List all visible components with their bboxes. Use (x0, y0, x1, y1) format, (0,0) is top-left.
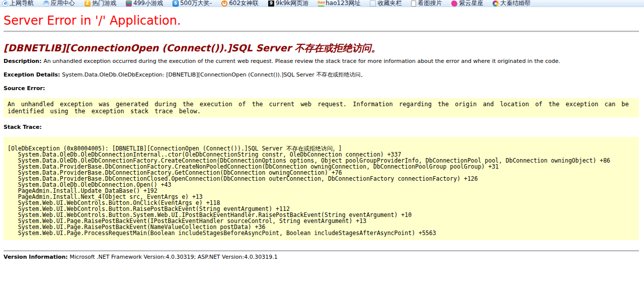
bookmark-label: 500万大奖- (180, 0, 212, 7)
color-wheel-icon (493, 1, 499, 7)
source-error-row: Source Error: (4, 85, 639, 92)
exception-message-heading: [DBNETLIB][ConnectionOpen (Connect()).]S… (4, 42, 639, 55)
bookmark-label: 499小游戏 (133, 0, 163, 7)
bookmark-label: 紫云星座 (459, 0, 483, 7)
stack-trace-label: Stack Trace: (4, 124, 42, 130)
hao123-logo-icon: hao (318, 1, 324, 7)
ie-logo-icon: e (2, 1, 8, 7)
bookmarks-bar: e 上网导航 应用中心 Z 热门游戏 499小游戏 S 500万大奖- 6 60… (0, 0, 644, 7)
bookmark-label: 应用中心 (51, 0, 75, 7)
bookmark-label: 9k9k网页游 (276, 0, 308, 7)
bookmark-item[interactable]: 6 602女神联 (221, 0, 259, 7)
bookmark-item[interactable]: 看图搜片 (411, 0, 442, 7)
description-row: Description: An unhandled exception occu… (4, 58, 639, 65)
bookmark-item[interactable]: 9 9k9k网页游 (268, 0, 308, 7)
page-title: Server Error in '/' Application. (4, 14, 639, 28)
source-error-text: An unhandled exception was generated dur… (4, 98, 639, 117)
app-center-globe-icon (43, 1, 49, 7)
bookmark-item[interactable]: e 上网导航 (2, 0, 34, 7)
bookmark-item[interactable]: 499小游戏 (126, 0, 163, 7)
bookmark-label: 看图搜片 (418, 0, 442, 7)
bookmark-item[interactable]: 应用中心 (43, 0, 75, 7)
bookmark-label: 602女神联 (229, 0, 259, 7)
pink-star-icon (451, 1, 457, 7)
bookmark-label: 大秦结婚帮 (500, 0, 530, 7)
bookmark-label: 上网导航 (10, 0, 34, 7)
stack-trace-row: Stack Trace: (4, 124, 639, 131)
exception-details-text: System.Data.OleDb.OleDbException: [DBNET… (62, 71, 366, 78)
stack-trace-box: [OleDbException (0x80004005): [DBNETLIB]… (4, 137, 639, 240)
bookmark-item[interactable]: S 500万大奖- (173, 0, 212, 7)
s-badge-icon: S (173, 1, 179, 7)
9k9k-logo-icon: 9 (268, 1, 274, 7)
bookmark-label: 收藏夹栏 (377, 0, 401, 7)
folder-icon (370, 1, 376, 7)
description-text: An unhandled exception occurred during t… (43, 58, 560, 64)
bookmark-item[interactable]: 大秦结婚帮 (493, 0, 530, 7)
game-shield-z-icon: Z (85, 1, 91, 7)
mini-games-stack-icon (126, 1, 132, 7)
bookmark-label: hao123网址 (326, 0, 360, 7)
bookmark-item[interactable]: 收藏夹栏 (370, 0, 401, 7)
source-error-label: Source Error: (4, 85, 45, 92)
ring-6-icon: 6 (221, 1, 227, 7)
version-info-row: Version Information: Microsoft .NET Fram… (4, 254, 639, 261)
bookmark-label: 热门游戏 (92, 0, 116, 7)
bookmark-item[interactable]: hao hao123网址 (318, 0, 360, 7)
stack-trace-text: [OleDbException (0x80004005): [DBNETLIB]… (4, 137, 639, 240)
exception-details-label: Exception Details: (4, 71, 62, 78)
version-info-text: Microsoft .NET Framework Version:4.0.303… (70, 254, 278, 260)
bottom-divider (4, 250, 639, 251)
page-icon (411, 1, 416, 7)
bookmark-item[interactable]: 紫云星座 (451, 0, 483, 7)
title-divider (4, 31, 639, 32)
exception-details-row: Exception Details: System.Data.OleDb.Ole… (4, 71, 639, 79)
source-error-box: An unhandled exception was generated dur… (4, 98, 639, 117)
description-label: Description: (4, 58, 43, 64)
bookmark-item[interactable]: Z 热门游戏 (85, 0, 116, 7)
version-info-label: Version Information: (4, 254, 70, 260)
error-page: Server Error in '/' Application. [DBNETL… (0, 14, 644, 261)
